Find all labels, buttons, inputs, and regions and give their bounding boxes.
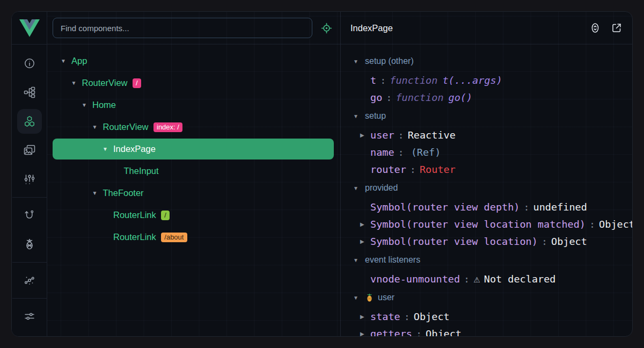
entry-colon: :	[523, 201, 529, 213]
hierarchy-icon	[24, 86, 35, 98]
tree-toggle-arrow[interactable]: ▼	[91, 190, 99, 196]
state-section-header[interactable]: ▼ event listeners	[341, 250, 632, 270]
entry-value: functiongo()	[396, 92, 472, 103]
entry-key: getters	[370, 328, 412, 337]
tree-row[interactable]: ▼ RouterView /	[47, 72, 340, 94]
tree-row[interactable]: TheInput	[47, 160, 340, 182]
vue-logo-icon	[19, 19, 40, 37]
state-entry-row[interactable]: ▶ Symbol(router view location matched) :…	[341, 215, 632, 233]
state-entry-row: vnode-unmounted : ⚠Not declared	[341, 270, 632, 287]
tree-toggle-arrow[interactable]: ▼	[60, 58, 67, 64]
tree-label: App	[71, 56, 87, 66]
state-entry-row: Symbol(router view depth) : undefined	[341, 198, 632, 215]
route-badge: /about	[161, 233, 187, 242]
state-entry-row[interactable]: ▶ state : Object	[341, 308, 632, 325]
entry-value: Object	[414, 311, 450, 322]
selected-component-title: IndexPage	[350, 23, 581, 33]
entry-toggle-arrow[interactable]: ▶	[360, 221, 370, 227]
tree-row[interactable]: ▼ RouterView index: /	[47, 116, 340, 138]
tree-label: RouterLink	[113, 210, 156, 220]
tree-toggle-arrow[interactable]: ▼	[70, 80, 78, 86]
tree-row[interactable]: ▼ IndexPage	[53, 139, 334, 160]
tree-toggle-arrow[interactable]: ▼	[80, 102, 88, 108]
entry-toggle-arrow[interactable]: ▶	[360, 238, 370, 244]
scroll-to-component-button[interactable]	[588, 21, 602, 35]
section-label: user	[378, 293, 394, 302]
tree-row[interactable]: RouterLink /	[47, 204, 340, 226]
entry-key: Symbol(router view location)	[370, 236, 538, 247]
sidebar-item-router[interactable]	[17, 203, 42, 228]
entry-toggle-arrow[interactable]: ▶	[360, 132, 370, 138]
info-icon	[24, 57, 35, 69]
tree-toggle-arrow[interactable]: ▼	[91, 124, 99, 130]
sidebar-divider	[12, 298, 47, 299]
tree-label: Home	[92, 100, 116, 110]
section-label: setup	[365, 111, 386, 121]
entry-colon: :	[398, 147, 404, 158]
section-toggle-arrow[interactable]: ▼	[353, 295, 360, 301]
sidebar	[12, 12, 47, 336]
entry-key: t	[370, 75, 376, 86]
route-badge: /	[133, 78, 142, 88]
state-body: ▼ setup (other) t : functiont(...args) g…	[341, 45, 632, 336]
entry-value: Object	[599, 219, 632, 230]
sidebar-item-overview[interactable]	[17, 51, 42, 76]
entry-toggle-arrow[interactable]: ▶	[360, 331, 370, 337]
section-label: provided	[365, 183, 398, 193]
inspect-component-button[interactable]	[319, 21, 333, 35]
entry-value: Object	[551, 236, 587, 247]
open-in-editor-icon	[611, 22, 623, 34]
sidebar-item-settings[interactable]	[17, 304, 42, 329]
tree-row[interactable]: ▼ TheFooter	[47, 182, 340, 204]
entry-key: Symbol(router view location matched)	[370, 219, 586, 230]
route-badge: index: /	[153, 122, 183, 132]
tree-row[interactable]: ▼ App	[47, 50, 340, 72]
state-entry-row: name : (Ref)	[341, 143, 632, 161]
route-badge: /	[161, 211, 170, 220]
sidebar-item-pinia[interactable]	[17, 232, 42, 257]
pinia-icon	[24, 238, 35, 250]
sidebar-nav	[12, 45, 47, 331]
entry-value: (Ref)	[408, 147, 441, 158]
section-toggle-arrow[interactable]: ▼	[353, 113, 360, 119]
entry-key: vnode-unmounted	[370, 273, 460, 285]
search-input[interactable]	[53, 18, 312, 38]
section-toggle-arrow[interactable]: ▼	[353, 257, 360, 263]
vue-logo	[12, 12, 47, 45]
state-section-header[interactable]: ▼ user	[341, 287, 632, 308]
state-section-header[interactable]: ▼ setup	[341, 106, 632, 126]
section-label: setup (other)	[365, 56, 414, 66]
entry-value: functiont(...args)	[390, 75, 502, 86]
component-tree-panel: ▼ App ▼ RouterView / ▼ Home ▼ RouterView…	[47, 12, 340, 336]
entry-colon: :	[589, 219, 595, 230]
sidebar-item-timeline[interactable]	[17, 167, 42, 192]
devtools-window: ▼ App ▼ RouterView / ▼ Home ▼ RouterView…	[11, 11, 633, 337]
state-section-header[interactable]: ▼ provided	[341, 178, 632, 198]
section-toggle-arrow[interactable]: ▼	[353, 59, 360, 64]
assets-icon	[24, 144, 35, 156]
section-toggle-arrow[interactable]: ▼	[353, 185, 360, 191]
tree-label: RouterLink	[113, 232, 156, 242]
open-in-editor-button[interactable]	[610, 21, 624, 35]
entry-colon: :	[464, 273, 470, 285]
tree-toggle-arrow[interactable]: ▼	[101, 146, 109, 152]
tree-row[interactable]: RouterLink /about	[47, 226, 340, 248]
tree-label: RouterView	[82, 78, 128, 88]
entry-colon: :	[541, 236, 547, 247]
sidebar-item-assets[interactable]	[17, 138, 42, 163]
entry-colon: :	[404, 311, 410, 322]
sidebar-item-graph[interactable]	[17, 268, 42, 293]
state-section-header[interactable]: ▼ setup (other)	[341, 51, 632, 71]
state-entry-row[interactable]: ▶ user : Reactive	[341, 126, 632, 143]
state-panel: IndexPage ▼ setup (other) t : function	[340, 12, 632, 336]
sidebar-item-pages[interactable]	[17, 80, 42, 105]
entry-value: ⚠Not declared	[473, 273, 555, 285]
graph-icon	[24, 274, 35, 286]
entry-value: Router	[420, 164, 456, 175]
sidebar-item-components[interactable]	[17, 109, 42, 134]
entry-value: Object	[426, 328, 462, 337]
tree-row[interactable]: ▼ Home	[47, 94, 340, 116]
state-entry-row[interactable]: ▶ getters : Object	[341, 325, 632, 336]
entry-toggle-arrow[interactable]: ▶	[360, 314, 370, 320]
state-entry-row[interactable]: ▶ Symbol(router view location) : Object	[341, 233, 632, 250]
